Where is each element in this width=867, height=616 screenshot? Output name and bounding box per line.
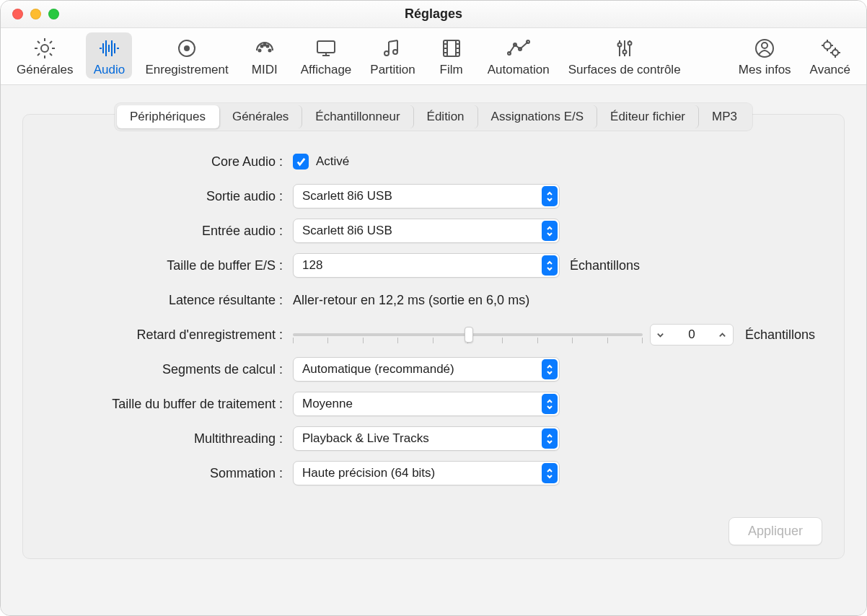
io-buffer-value: 128 (302, 258, 322, 273)
waveform-icon (96, 35, 122, 61)
processing-threads-value: Automatique (recommandé) (302, 362, 454, 377)
stepper-down-button[interactable] (651, 325, 671, 345)
svg-point-2 (184, 45, 190, 51)
popup-arrows-icon (542, 255, 558, 276)
input-label: Entrée audio : (52, 224, 283, 239)
subtab-devices[interactable]: Périphériques (117, 105, 219, 128)
core-audio-check-label: Activé (316, 154, 349, 169)
subtab-editing[interactable]: Édition (414, 105, 478, 128)
toolbar-tab-label: MIDI (252, 63, 278, 77)
summing-label: Sommation : (52, 466, 283, 481)
slider-thumb[interactable] (465, 327, 473, 343)
recording-delay-value[interactable]: 0 (671, 327, 713, 342)
multithreading-popup[interactable]: Playback & Live Tracks (293, 426, 560, 451)
processing-threads-label: Segments de calcul : (52, 362, 283, 377)
popup-arrows-icon (542, 221, 558, 241)
display-icon (313, 35, 339, 61)
subtab-sampler[interactable]: Échantillonneur (302, 105, 413, 128)
svg-point-6 (266, 45, 268, 48)
output-device-popup[interactable]: Scarlett 8i6 USB (293, 184, 560, 208)
content-area: Périphériques Générales Échantillonneur … (1, 85, 866, 615)
preferences-toolbar: Générales Audio Enregistrement MIDI Affi… (1, 28, 866, 85)
svg-point-20 (762, 43, 767, 48)
toolbar-tab-label: Film (440, 63, 463, 77)
toolbar-tab-score[interactable]: Partition (364, 32, 421, 79)
popup-arrows-icon (542, 186, 558, 206)
window-title: Réglages (1, 6, 866, 22)
toolbar-tab-movie[interactable]: Film (428, 32, 475, 79)
toolbar-tab-label: Automation (488, 63, 550, 77)
svg-point-10 (393, 50, 397, 54)
svg-point-22 (832, 50, 838, 56)
svg-point-7 (263, 44, 265, 46)
toolbar-tab-record[interactable]: Enregistrement (139, 32, 234, 79)
svg-point-18 (628, 42, 631, 45)
recording-delay-slider[interactable] (293, 324, 643, 346)
film-icon (439, 35, 465, 61)
input-device-popup[interactable]: Scarlett 8i6 USB (293, 219, 560, 243)
output-label: Sortie audio : (52, 189, 283, 204)
popup-arrows-icon (542, 359, 558, 379)
multithreading-value: Playback & Live Tracks (302, 431, 429, 446)
processing-threads-popup[interactable]: Automatique (recommandé) (293, 357, 560, 382)
svg-point-21 (824, 42, 831, 49)
io-buffer-suffix: Échantillons (570, 258, 815, 273)
apply-button[interactable]: Appliquer (729, 517, 822, 545)
summing-popup[interactable]: Haute précision (64 bits) (293, 461, 560, 485)
toolbar-tab-label: Partition (370, 63, 415, 77)
toolbar-tab-automation[interactable]: Automation (482, 32, 555, 79)
output-device-value: Scarlett 8i6 USB (302, 189, 392, 203)
toolbar-tab-label: Générales (17, 63, 73, 77)
toolbar-tab-control-surfaces[interactable]: Surfaces de contrôle (563, 32, 687, 79)
latency-value: Aller-retour en 12,2 ms (sortie en 6,0 m… (293, 293, 815, 308)
toolbar-tab-display[interactable]: Affichage (295, 32, 358, 79)
svg-rect-8 (317, 41, 335, 53)
subtab-bar: Périphériques Générales Échantillonneur … (115, 103, 752, 131)
automation-icon (506, 35, 532, 61)
toolbar-tab-label: Enregistrement (145, 63, 228, 77)
process-buffer-value: Moyenne (302, 397, 353, 411)
toolbar-tab-label: Affichage (301, 63, 352, 77)
gears-icon (817, 35, 843, 61)
subtab-file-editor[interactable]: Éditeur fichier (597, 105, 699, 128)
core-audio-checkbox[interactable] (293, 154, 309, 170)
titlebar: Réglages (1, 1, 866, 28)
svg-point-3 (258, 50, 260, 52)
io-buffer-popup[interactable]: 128 (293, 253, 560, 278)
toolbar-tab-label: Avancé (810, 63, 850, 77)
user-icon (752, 35, 778, 61)
svg-point-16 (617, 43, 621, 47)
svg-point-17 (622, 50, 626, 54)
toolbar-tab-label: Audio (94, 63, 125, 77)
toolbar-tab-label: Surfaces de contrôle (568, 63, 681, 77)
record-icon (174, 35, 200, 61)
core-audio-label: Core Audio : (52, 154, 283, 170)
subtab-io-assignments[interactable]: Assignations E/S (478, 105, 598, 128)
recording-delay-stepper: 0 (650, 324, 734, 346)
process-buffer-popup[interactable]: Moyenne (293, 392, 560, 416)
toolbar-tab-general[interactable]: Générales (11, 32, 79, 79)
settings-window: Réglages Générales Audio Enregistrement (0, 0, 867, 616)
midi-icon (252, 35, 278, 61)
toolbar-tab-advanced[interactable]: Avancé (804, 32, 856, 79)
toolbar-tab-audio[interactable]: Audio (86, 32, 132, 79)
toolbar-tab-midi[interactable]: MIDI (242, 32, 288, 79)
svg-point-5 (260, 45, 263, 48)
toolbar-tab-label: Mes infos (739, 63, 791, 77)
stepper-up-button[interactable] (713, 325, 733, 345)
subtab-general[interactable]: Générales (219, 105, 302, 128)
sliders-icon (612, 35, 638, 61)
svg-point-4 (268, 50, 270, 52)
input-device-value: Scarlett 8i6 USB (302, 224, 392, 238)
footer: Appliquer (23, 503, 844, 545)
svg-point-9 (384, 51, 389, 56)
multithreading-label: Multithreading : (52, 431, 283, 446)
gear-icon (32, 35, 58, 61)
popup-arrows-icon (542, 463, 558, 483)
popup-arrows-icon (542, 428, 558, 449)
recording-delay-suffix: Échantillons (745, 327, 815, 343)
subtab-mp3[interactable]: MP3 (699, 105, 750, 128)
form: Core Audio : Activé Sortie audio : Scarl… (23, 142, 844, 503)
panel: Périphériques Générales Échantillonneur … (22, 114, 845, 559)
toolbar-tab-my-info[interactable]: Mes infos (733, 32, 797, 79)
